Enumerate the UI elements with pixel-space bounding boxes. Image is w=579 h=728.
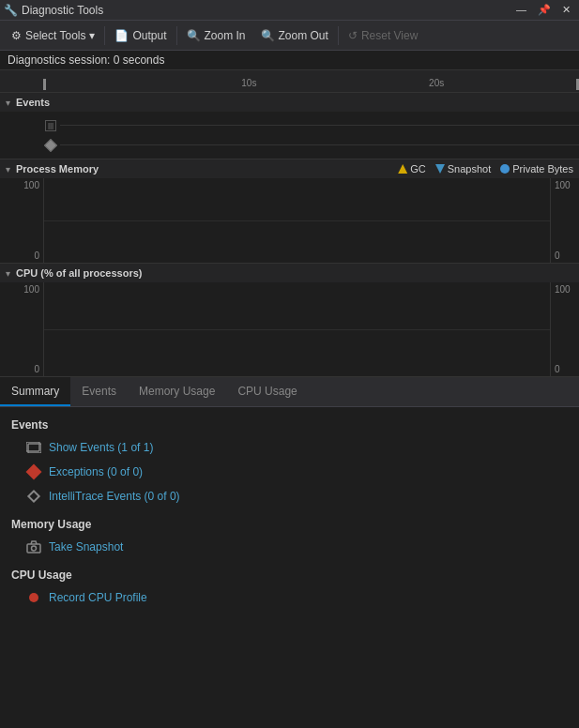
take-snapshot-item[interactable]: Take Snapshot [0,535,579,559]
reset-view-icon: ↺ [348,29,358,42]
cpu-y-axis-left: 100 0 [0,282,43,376]
select-tools-label: Select Tools [25,29,85,42]
process-memory-collapse-icon[interactable]: ▾ [6,164,10,174]
process-memory-title: Process Memory [16,163,99,174]
event-diamond-icon [45,140,56,151]
events-left-pad [0,112,43,159]
cpu-y-right-bottom: 0 [555,364,560,374]
reset-view-button[interactable]: ↺ Reset View [341,21,425,50]
session-bar: Diagnostics session: 0 seconds [0,51,579,70]
summary-panel: Events Show Events (1 of 1) Exceptions (… [0,407,579,617]
tab-events-label: Events [82,385,116,398]
record-cpu-text: Record CPU Profile [49,591,147,604]
legend-snapshot-icon [435,164,445,174]
pm-y-top: 100 [23,180,39,190]
zoom-out-button[interactable]: 🔍 Zoom Out [253,21,336,50]
camera-icon [26,539,41,554]
toolbar-separator-2 [176,26,177,45]
svg-point-3 [32,546,37,551]
cpu-title: CPU (% of all processors) [16,267,142,279]
ruler-mark-20s: 20s [429,78,444,88]
output-button[interactable]: 📄 Output [107,21,174,50]
record-cpu-item[interactable]: Record CPU Profile [0,585,579,610]
pin-button[interactable]: — [511,3,531,17]
event-line-2 [60,144,579,145]
tab-memory-usage-label: Memory Usage [139,385,215,398]
zoom-in-icon: 🔍 [187,29,201,42]
tab-cpu-usage[interactable]: CPU Usage [226,377,308,406]
title-bar: 🔧 Diagnostic Tools — 📌 ✕ [0,0,579,21]
show-events-text: Show Events (1 of 1) [49,441,153,454]
ruler-mark-10s: 10s [241,78,256,88]
ruler-start-mark [43,79,46,90]
legend-snapshot-label: Snapshot [448,163,491,174]
legend-gc-label: GC [410,163,426,174]
cpu-grid-line-mid [44,329,550,330]
process-memory-chart-area [43,178,551,263]
pm-y-right-bottom: 0 [555,250,560,261]
process-memory-legend: GC Snapshot Private Bytes [398,163,573,174]
process-memory-y-axis-left: 100 0 [0,178,43,263]
tabs-container: Summary Events Memory Usage CPU Usage [0,377,579,407]
title-bar-title: Diagnostic Tools [22,4,103,17]
intellitrace-diamond-icon [27,490,40,503]
tab-events[interactable]: Events [70,377,128,406]
event-track-diamond [43,138,579,153]
zoom-out-label: Zoom Out [279,29,328,42]
process-memory-y-axis-right: 100 0 [551,178,579,263]
session-text: Diagnostics session: 0 seconds [8,53,164,67]
events-header: ▾ Events [0,93,579,112]
show-events-icon [26,440,41,455]
tab-summary-label: Summary [11,385,59,398]
record-icon [26,590,41,605]
events-row: ||| [43,112,579,159]
tab-memory-usage[interactable]: Memory Usage [128,377,226,406]
intellitrace-item[interactable]: IntelliTrace Events (0 of 0) [0,484,579,508]
legend-private-icon [500,164,510,174]
process-memory-header: ▾ Process Memory GC Snapshot Private Byt… [0,159,579,178]
output-label: Output [132,29,166,42]
event-bar-icon: ||| [45,120,56,131]
gear-icon: ⚙ [11,29,22,42]
ruler-track: 10s 20s [43,70,579,90]
intellitrace-text: IntelliTrace Events (0 of 0) [49,490,180,503]
toolbar-separator-1 [104,26,105,45]
zoom-in-label: Zoom In [205,29,246,42]
close-button[interactable]: ✕ [557,3,575,17]
title-bar-left: 🔧 Diagnostic Tools [4,4,103,17]
cpu-section: ▾ CPU (% of all processors) 100 0 100 0 [0,264,579,377]
summary-memory-title: Memory Usage [0,514,579,535]
unpin-button[interactable]: 📌 [533,3,556,17]
summary-cpu-title: CPU Usage [0,565,579,585]
output-icon: 📄 [114,29,129,42]
record-circle-icon [29,593,38,602]
legend-gc-icon [398,164,407,174]
legend-snapshot: Snapshot [435,163,491,174]
timeline-ruler: 10s 20s [0,70,579,93]
cpu-y-bottom: 0 [34,364,39,374]
zoom-out-icon: 🔍 [261,29,275,42]
tab-summary[interactable]: Summary [0,377,70,406]
exceptions-icon [26,464,41,479]
legend-private-bytes: Private Bytes [500,163,573,174]
select-tools-chevron-icon: ▾ [89,29,95,42]
reset-view-label: Reset View [361,29,418,42]
events-title: Events [16,97,50,108]
pm-grid-line-mid [44,220,550,221]
toolbar-separator-3 [338,26,339,45]
legend-private-bytes-label: Private Bytes [512,163,573,174]
events-collapse-icon[interactable]: ▾ [6,98,10,108]
show-events-item[interactable]: Show Events (1 of 1) [0,435,579,460]
zoom-in-button[interactable]: 🔍 Zoom In [179,21,253,50]
select-tools-button[interactable]: ⚙ Select Tools ▾ [4,21,102,50]
exceptions-item[interactable]: Exceptions (0 of 0) [0,460,579,484]
toolbar: ⚙ Select Tools ▾ 📄 Output 🔍 Zoom In 🔍 Zo… [0,21,579,51]
events-body: ||| [0,112,579,159]
exception-diamond-icon [26,464,42,480]
camera-svg-icon [26,540,41,554]
exceptions-text: Exceptions (0 of 0) [49,465,143,478]
intellitrace-icon [26,489,41,504]
event-bar-lines-icon: ||| [48,121,53,129]
cpu-collapse-icon[interactable]: ▾ [6,268,10,279]
cpu-y-top: 100 [23,284,39,295]
